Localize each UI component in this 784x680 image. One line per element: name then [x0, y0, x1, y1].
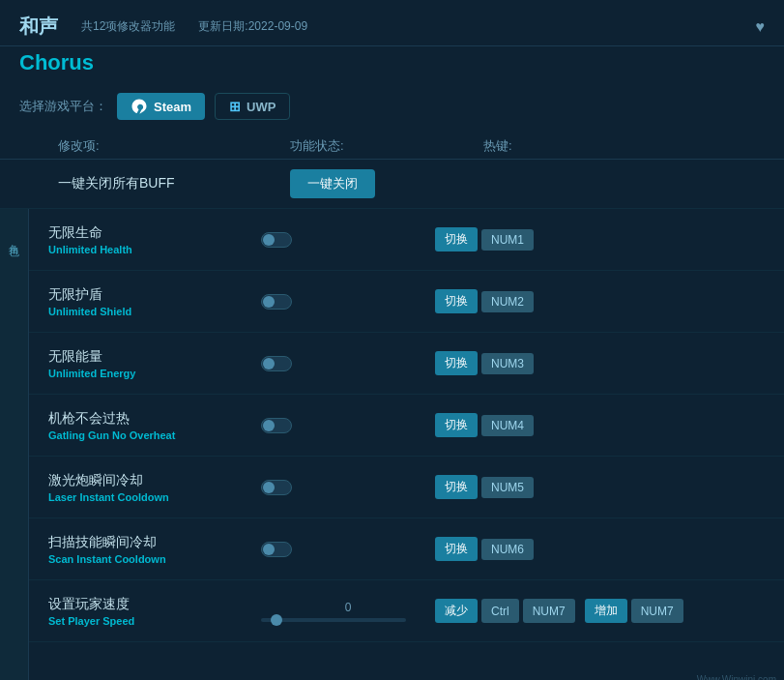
- mod-hotkey-area-0: 切换 NUM1: [435, 227, 534, 251]
- hotkey-action-btn-5[interactable]: 切换: [435, 537, 478, 561]
- col-hotkey-header: 热键:: [483, 137, 765, 155]
- hotkey-action-btn-2[interactable]: 切换: [435, 351, 478, 375]
- app-title-section: Chorus: [0, 46, 784, 85]
- platform-selector: 选择游戏平台： Steam ⊞ UWP: [0, 85, 784, 133]
- mod-name-4: 激光炮瞬间冷却 Laser Instant Cooldown: [48, 472, 261, 503]
- mod-toggle-0[interactable]: [261, 232, 292, 248]
- mod-hotkey-area-4: 切换 NUM5: [435, 475, 534, 499]
- uwp-windows-icon: ⊞: [229, 99, 241, 114]
- side-tab: 角色: [0, 209, 29, 680]
- speed-num7-increase-btn[interactable]: NUM7: [631, 599, 683, 623]
- mod-name-en-4: Laser Instant Cooldown: [48, 491, 261, 503]
- mod-toggle-5[interactable]: [261, 542, 292, 557]
- speed-name-en: Set Player Speed: [48, 615, 261, 627]
- mod-row: 机枪不会过热 Gatling Gun No Overheat 切换 NUM4: [29, 395, 784, 457]
- mod-name-en-5: Scan Instant Cooldown: [48, 553, 261, 565]
- speed-slider[interactable]: [261, 618, 406, 622]
- speed-ctrl-btn[interactable]: Ctrl: [481, 599, 519, 623]
- speed-slider-thumb: [271, 614, 282, 626]
- mod-name-cn-4: 激光炮瞬间冷却: [48, 472, 261, 489]
- speed-hotkeys: 减少 Ctrl NUM7 增加 NUM7: [435, 599, 683, 623]
- mod-name-en-0: Unlimited Health: [48, 244, 261, 255]
- mod-toggle-4[interactable]: [261, 480, 292, 495]
- hotkey-key-btn-3[interactable]: NUM4: [481, 415, 534, 436]
- header: 和声 共12项修改器功能 更新日期:2022-09-09 ♥: [0, 0, 784, 46]
- platform-label: 选择游戏平台：: [19, 98, 107, 115]
- platform-steam-button[interactable]: Steam: [117, 93, 205, 120]
- speed-value: 0: [261, 601, 435, 614]
- mod-list: 无限生命 Unlimited Health 切换 NUM1 无限护盾 Unlim…: [29, 209, 784, 680]
- mod-row: 激光炮瞬间冷却 Laser Instant Cooldown 切换 NUM5: [29, 457, 784, 518]
- hotkey-key-btn-1[interactable]: NUM2: [481, 291, 534, 312]
- mod-toggle-area-2: [261, 356, 435, 371]
- hotkey-action-btn-3[interactable]: 切换: [435, 413, 478, 437]
- mod-row: 无限能量 Unlimited Energy 切换 NUM3: [29, 333, 784, 395]
- mod-toggle-area-4: [261, 480, 435, 495]
- side-tab-label: 角色: [7, 228, 21, 248]
- mod-hotkey-area-3: 切换 NUM4: [435, 413, 534, 437]
- mod-name-0: 无限生命 Unlimited Health: [48, 224, 261, 255]
- steam-logo-icon: [131, 98, 148, 115]
- mod-name-en-1: Unlimited Shield: [48, 306, 261, 317]
- mod-toggle-2[interactable]: [261, 356, 292, 371]
- platform-uwp-label: UWP: [247, 100, 276, 114]
- favorite-icon[interactable]: ♥: [756, 18, 766, 36]
- mod-name-cn-2: 无限能量: [48, 348, 261, 366]
- speed-increase-btn[interactable]: 增加: [585, 599, 627, 623]
- mod-hotkey-area-2: 切换 NUM3: [435, 351, 534, 375]
- hotkey-key-btn-0[interactable]: NUM1: [481, 229, 534, 251]
- hotkey-action-btn-0[interactable]: 切换: [435, 227, 478, 251]
- mod-hotkey-area-1: 切换 NUM2: [435, 289, 534, 313]
- mod-row: 无限护盾 Unlimited Shield 切换 NUM2: [29, 271, 784, 333]
- speed-row: 设置玩家速度 Set Player Speed 0 减少 Ctrl NUM7 增…: [29, 580, 784, 642]
- mod-toggle-3[interactable]: [261, 418, 292, 433]
- one-key-label: 一键关闭所有BUFF: [58, 175, 290, 192]
- one-key-btn-wrap: 一键关闭: [290, 169, 483, 198]
- mod-name-en-3: Gatling Gun No Overheat: [48, 429, 261, 441]
- mod-name-1: 无限护盾 Unlimited Shield: [48, 286, 261, 317]
- hotkey-key-btn-5[interactable]: NUM6: [481, 539, 534, 560]
- one-key-row: 一键关闭所有BUFF 一键关闭: [0, 160, 784, 209]
- mod-name-3: 机枪不会过热 Gatling Gun No Overheat: [48, 410, 261, 441]
- mod-toggle-1[interactable]: [261, 294, 292, 310]
- mod-toggle-area-0: [261, 232, 435, 248]
- mod-name-cn-0: 无限生命: [48, 224, 261, 242]
- hotkey-action-btn-1[interactable]: 切换: [435, 289, 478, 313]
- speed-decrease-btn[interactable]: 减少: [435, 599, 478, 623]
- mod-name-cn-1: 无限护盾: [48, 286, 261, 304]
- speed-name-cn: 设置玩家速度: [48, 596, 261, 613]
- platform-steam-label: Steam: [154, 100, 191, 114]
- speed-num7-decrease-btn[interactable]: NUM7: [523, 599, 575, 623]
- hotkey-key-btn-2[interactable]: NUM3: [481, 353, 534, 374]
- mod-name-5: 扫描技能瞬间冷却 Scan Instant Cooldown: [48, 534, 261, 565]
- hotkey-action-btn-4[interactable]: 切换: [435, 475, 478, 499]
- app-title: Chorus: [19, 50, 94, 74]
- col-state-header: 功能状态:: [290, 137, 483, 155]
- mod-hotkey-area-5: 切换 NUM6: [435, 537, 534, 561]
- mod-name-en-2: Unlimited Energy: [48, 368, 261, 379]
- platform-uwp-button[interactable]: ⊞ UWP: [215, 93, 290, 120]
- mod-name-2: 无限能量 Unlimited Energy: [48, 348, 261, 379]
- table-header: 修改项: 功能状态: 热键:: [0, 133, 784, 160]
- header-title-cn: 和声: [19, 14, 58, 40]
- col-mod-header: 修改项:: [58, 137, 290, 155]
- mod-row: 扫描技能瞬间冷却 Scan Instant Cooldown 切换 NUM6: [29, 518, 784, 580]
- one-key-button[interactable]: 一键关闭: [290, 169, 375, 198]
- mod-row: 无限生命 Unlimited Health 切换 NUM1: [29, 209, 784, 271]
- speed-name: 设置玩家速度 Set Player Speed: [48, 596, 261, 627]
- mod-toggle-area-5: [261, 542, 435, 557]
- mod-name-cn-3: 机枪不会过热: [48, 410, 261, 428]
- mod-toggle-area-3: [261, 418, 435, 433]
- header-meta-count: 共12项修改器功能: [81, 18, 175, 35]
- mod-name-cn-5: 扫描技能瞬间冷却: [48, 534, 261, 551]
- hotkey-key-btn-4[interactable]: NUM5: [481, 477, 534, 498]
- mod-toggle-area-1: [261, 294, 435, 310]
- speed-slider-area: 0: [261, 601, 435, 622]
- main-layout: 角色 无限生命 Unlimited Health 切换 NUM1 无限护盾 Un…: [0, 209, 784, 680]
- header-meta-date: 更新日期:2022-09-09: [198, 18, 307, 35]
